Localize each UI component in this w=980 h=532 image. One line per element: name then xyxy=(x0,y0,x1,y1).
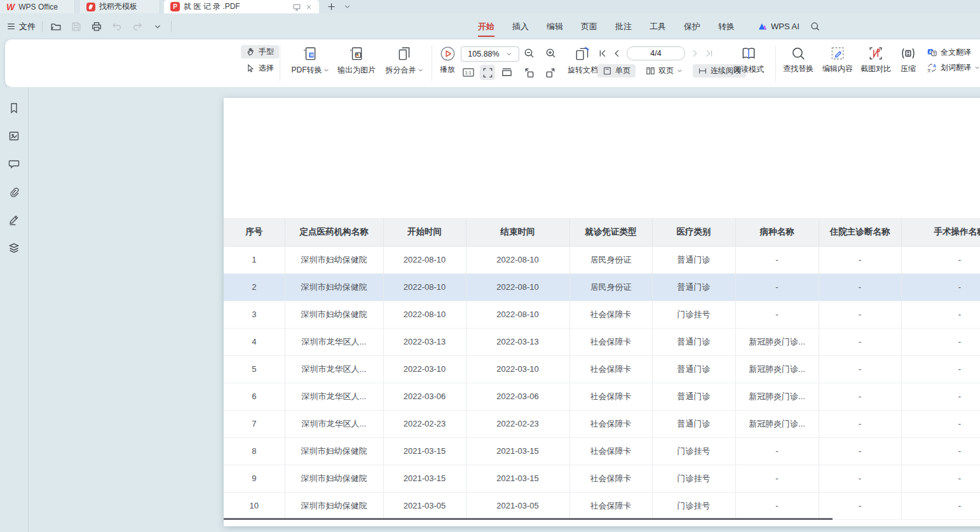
table-cell: 2022-03-06 xyxy=(383,383,466,410)
search-icon[interactable] xyxy=(810,21,820,32)
table-cell: 2022-08-10 xyxy=(383,301,466,328)
table-header-cell: 就诊凭证类型 xyxy=(569,218,652,246)
comment-icon[interactable] xyxy=(7,157,21,171)
pdf-page[interactable]: 序号定点医药机构名称开始时间结束时间就诊凭证类型医疗类别病种名称住院主诊断名称手… xyxy=(224,98,980,526)
close-icon[interactable] xyxy=(305,3,313,11)
compress-button[interactable]: 压缩 xyxy=(895,44,922,74)
new-tab-button[interactable] xyxy=(327,2,336,11)
table-cell: 普通门诊 xyxy=(652,328,735,355)
save-button[interactable] xyxy=(69,20,83,34)
export-image-label: 输出为图片 xyxy=(337,65,376,76)
thumbnail-icon[interactable] xyxy=(7,129,21,143)
table-cell: 4 xyxy=(224,328,285,355)
find-replace-icon xyxy=(791,46,806,61)
signature-icon[interactable] xyxy=(7,213,21,227)
table-header-cell: 医疗类别 xyxy=(652,218,735,246)
menu-tab-convert[interactable]: 转换 xyxy=(709,13,744,39)
print-button[interactable] xyxy=(90,20,104,34)
edit-content-button[interactable]: 编辑内容 xyxy=(820,44,855,74)
menu-tab-edit[interactable]: 编辑 xyxy=(538,13,572,39)
pdf-convert-button[interactable]: W PDF转换 xyxy=(289,44,331,76)
tab-document-pdf[interactable]: P 就 医 记 录 .PDF xyxy=(164,0,319,13)
table-header-row: 序号定点医药机构名称开始时间结束时间就诊凭证类型医疗类别病种名称住院主诊断名称手… xyxy=(224,218,980,246)
quick-access-chevron-icon[interactable] xyxy=(151,20,165,34)
table-cell: 3 xyxy=(224,301,285,328)
monitor-icon[interactable] xyxy=(292,3,301,11)
fit-page-button[interactable] xyxy=(480,65,495,80)
hand-tool-button[interactable]: 手型 xyxy=(241,45,279,58)
chevron-down-icon xyxy=(677,68,683,74)
layers-icon[interactable] xyxy=(7,241,21,255)
table-cell: - xyxy=(901,273,980,301)
last-page-button[interactable] xyxy=(704,48,714,58)
open-file-button[interactable] xyxy=(49,20,63,34)
word-translate-button[interactable]: 文A 划词翻译 xyxy=(924,62,980,74)
table-cell: 2022-08-10 xyxy=(466,301,569,328)
tab-list-chevron-icon[interactable] xyxy=(344,3,351,10)
tab-wps-office[interactable]: W WPS Office xyxy=(0,0,75,13)
svg-text:文: 文 xyxy=(932,51,936,55)
table-row: 7深圳市龙华区人...2022-02-232022-02-23社会保障卡普通门诊… xyxy=(224,410,980,437)
table-cell: 9 xyxy=(224,465,285,492)
screenshot-compare-button[interactable]: 截图对比 xyxy=(858,44,894,74)
divider xyxy=(42,21,43,32)
rotate-left-button[interactable] xyxy=(521,65,536,80)
full-text-translate-button[interactable]: A文 全文翻译 xyxy=(924,46,974,58)
hand-icon xyxy=(246,47,255,57)
first-page-button[interactable] xyxy=(597,48,608,58)
find-replace-button[interactable]: 查找替换 xyxy=(780,44,816,74)
table-cell: 门诊挂号 xyxy=(652,492,735,519)
actual-size-button[interactable]: 1:1 xyxy=(461,65,476,80)
rotate-right-button[interactable] xyxy=(543,65,558,80)
bookmark-icon[interactable] xyxy=(7,101,21,115)
table-cell: 门诊挂号 xyxy=(652,301,735,328)
table-cell: - xyxy=(735,246,819,273)
menu-tab-insert[interactable]: 插入 xyxy=(503,13,538,39)
table-cell: 社会保障卡 xyxy=(569,492,652,519)
single-page-button[interactable]: 单页 xyxy=(597,64,636,78)
next-page-button[interactable] xyxy=(690,48,700,58)
menu-tab-page[interactable]: 页面 xyxy=(572,13,606,39)
fit-width-button[interactable] xyxy=(499,65,514,80)
tab-docer-templates[interactable]: 找稻壳模板 xyxy=(80,0,160,13)
table-cell: 普通门诊 xyxy=(652,355,735,383)
table-horizontal-scrollbar[interactable] xyxy=(224,518,833,520)
table-cell: 2022-08-10 xyxy=(383,246,466,273)
table-cell: 深圳市龙华区人... xyxy=(285,410,383,437)
table-cell: 社会保障卡 xyxy=(569,355,652,383)
redo-button[interactable] xyxy=(130,20,144,34)
play-button[interactable]: 播放 xyxy=(435,44,460,75)
zoom-out-button[interactable] xyxy=(521,45,536,60)
menu-tab-protect[interactable]: 保护 xyxy=(675,13,709,39)
table-row: 5深圳市龙华区人...2022-03-102022-03-10社会保障卡普通门诊… xyxy=(224,355,980,383)
double-page-icon xyxy=(646,66,655,76)
screenshot-compare-icon xyxy=(868,46,883,61)
export-image-button[interactable]: 输出为图片 xyxy=(334,44,379,76)
table-cell: 深圳市妇幼保健院 xyxy=(285,465,383,492)
table-cell: 2022-03-13 xyxy=(466,328,569,355)
double-page-button[interactable]: 双页 xyxy=(641,64,688,78)
menu-tab-home[interactable]: 开始 xyxy=(469,13,503,39)
undo-button[interactable] xyxy=(110,20,124,34)
word-translate-icon: 文A xyxy=(927,63,937,72)
divider xyxy=(171,21,172,32)
file-menu-button[interactable]: 文件 xyxy=(6,21,36,32)
menu-tab-tools[interactable]: 工具 xyxy=(641,13,675,39)
zoom-level-select[interactable]: 105.88% xyxy=(461,46,519,62)
page-indicator-input[interactable]: 4/4 xyxy=(627,46,685,60)
split-merge-button[interactable]: 拆分合并 xyxy=(382,44,426,76)
menu-tab-comment[interactable]: 批注 xyxy=(606,13,641,39)
document-area: 序号定点医药机构名称开始时间结束时间就诊凭证类型医疗类别病种名称住院主诊断名称手… xyxy=(0,87,980,532)
zoom-in-button[interactable] xyxy=(543,45,558,60)
table-cell: 2021-03-15 xyxy=(383,437,466,465)
table-row: 10深圳市妇幼保健院2021-03-052021-03-05社会保障卡门诊挂号-… xyxy=(224,492,980,519)
wps-ai-button[interactable]: WPS AI xyxy=(758,22,800,32)
table-header-cell: 定点医药机构名称 xyxy=(285,218,383,246)
attachment-icon[interactable] xyxy=(7,185,21,199)
read-mode-button[interactable]: 阅读模式 xyxy=(731,44,766,75)
previous-page-button[interactable] xyxy=(612,48,622,58)
select-tool-button[interactable]: 选择 xyxy=(241,62,279,75)
chevron-down-icon xyxy=(506,51,512,57)
rotate-document-button[interactable]: 旋转文档 xyxy=(563,44,602,76)
zoom-value: 105.88% xyxy=(468,50,499,58)
